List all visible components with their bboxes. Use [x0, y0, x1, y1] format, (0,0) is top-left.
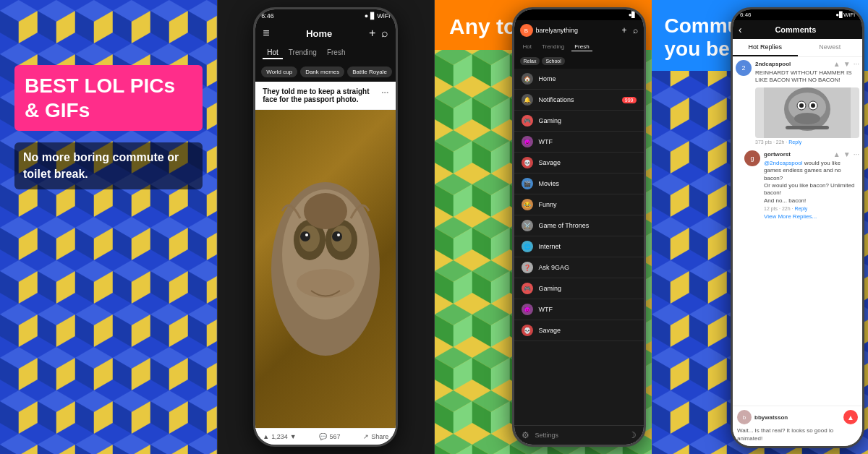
upvote-icon-2[interactable]: ▲	[833, 150, 841, 158]
menu-item-savage[interactable]: 💀 Savage	[514, 153, 644, 174]
menu-item-gaming2[interactable]: 🎮 Gaming	[514, 278, 644, 299]
comment-dots-2[interactable]: ···	[854, 150, 859, 158]
downvote-icon: ▼	[290, 433, 297, 440]
turtle-image	[255, 110, 396, 428]
downvote-icon-2[interactable]: ▼	[843, 150, 851, 158]
upvote-count: 1,234	[271, 433, 288, 440]
phone-frame-2: 6:46 ● ▊ WiFi ≡ Home + ⌕ Hot Trending Fr…	[253, 7, 398, 447]
statusbar-signal-2: ● ▊ WiFi	[365, 12, 390, 20]
p3-search-icon[interactable]: ⌕	[633, 25, 638, 35]
svg-point-12	[305, 234, 308, 236]
view-more-replies[interactable]: View More Replies...	[764, 213, 859, 220]
tag-battleroyale[interactable]: Battle Royale	[347, 67, 392, 77]
back-button[interactable]: ‹	[739, 24, 742, 35]
home-icon: 🏠	[522, 73, 533, 85]
phone-frame-3: ●▊ B barelyanything + ⌕ Hot Trending Fre…	[512, 7, 646, 447]
comment-meta-2: 12 pts · 22h · Reply	[764, 206, 859, 211]
svg-point-30	[811, 103, 815, 108]
comment-item[interactable]: 💬 567	[319, 433, 340, 440]
headline-box: BEST LOL PICs & GIFs	[14, 65, 203, 131]
vote-icons-1: ▲ ▼ ···	[833, 60, 859, 68]
p3-tabs: Hot Trending Fresh	[514, 40, 644, 55]
reply-link-1[interactable]: Reply	[788, 140, 801, 145]
menu-label-wtf2: WTF	[539, 306, 553, 313]
p3-tag-relax[interactable]: Relax	[520, 57, 540, 65]
wtf-icon: 😈	[522, 136, 533, 147]
p3-tag-bar: Relax School	[514, 55, 644, 69]
panel-any-topic: Any topic you like ●▊ B barelyanything +…	[435, 0, 652, 454]
p3-user: B barelyanything	[520, 24, 579, 37]
reply-link-2[interactable]: Reply	[794, 206, 807, 211]
tab-fresh[interactable]: Fresh	[323, 47, 350, 59]
menu-item-notifications[interactable]: 🔔 Notifications 999	[514, 90, 644, 111]
p3-tag-school[interactable]: School	[542, 57, 564, 65]
menu-item-savage2[interactable]: 💀 Savage	[514, 320, 644, 341]
menu-item-got[interactable]: ⚔️ Game of Thrones	[514, 215, 644, 236]
savage2-icon: 💀	[522, 325, 533, 336]
menu-item-funny[interactable]: 😂 Funny	[514, 194, 644, 215]
tab-hot[interactable]: Hot	[263, 47, 283, 59]
menu-label-wtf: WTF	[539, 138, 553, 145]
p4-comments-list: 2 2ndcapspool ▲ ▼ ··· REINHARDT WITHOUT	[733, 57, 862, 406]
share-item[interactable]: ↗ Share	[363, 433, 388, 440]
comment-user-1: 2ndcapspool	[755, 61, 791, 67]
p3-tab-hot[interactable]: Hot	[520, 43, 535, 51]
panel4-phone-area: 6:46 ●▊WiFi ‹ Comments Hot Replies Newes…	[727, 0, 868, 454]
menu-item-gaming[interactable]: 🎮 Gaming	[514, 111, 644, 132]
upvote-icon-1[interactable]: ▲	[833, 60, 841, 68]
p4-comment-tabs: Hot Replies Newest	[733, 39, 862, 57]
internet-icon: 🌐	[522, 241, 533, 252]
search-icon[interactable]: ⌕	[381, 27, 388, 40]
tag-bar-2: World cup Dank memes Battle Royale	[255, 64, 396, 82]
notif-icon: 🔔	[522, 94, 533, 106]
comment-body-2: gortworst ▲ ▼ ··· @2ndcapspool would you…	[764, 150, 859, 220]
post-image-2	[255, 110, 396, 428]
menu-item-wtf2[interactable]: 😈 WTF	[514, 299, 644, 320]
upvote-item[interactable]: ▲ 1,234 ▼	[263, 433, 296, 440]
comment-row-1: 2 2ndcapspool ▲ ▼ ··· REINHARDT WITHOUT	[736, 60, 859, 145]
share-icon: ↗	[363, 433, 369, 440]
p3-settings[interactable]: ⚙ Settings ☽	[514, 425, 644, 445]
p4-tab-newest[interactable]: Newest	[798, 39, 863, 56]
post-footer-2: ▲ 1,234 ▼ 💬 567 ↗ Share	[255, 428, 396, 445]
menu-label-savage: Savage	[539, 159, 561, 166]
menu-item-internet[interactable]: 🌐 Internet	[514, 236, 644, 257]
funny-icon: 😂	[522, 199, 533, 210]
menu-label-funny: Funny	[539, 201, 557, 208]
menu-item-home[interactable]: 🏠 Home	[514, 69, 644, 90]
downvote-icon-1[interactable]: ▼	[843, 60, 851, 68]
tab-trending[interactable]: Trending	[284, 47, 321, 59]
svg-point-10	[300, 231, 310, 241]
p3-add-icon[interactable]: +	[621, 25, 626, 35]
headline-text: BEST LOL PICs & GIFs	[25, 74, 192, 122]
p4-tab-hot-replies[interactable]: Hot Replies	[733, 39, 798, 56]
comment-meta-1: 373 pts · 22h · Reply	[755, 140, 859, 145]
menu-item-ask9gag[interactable]: ❓ Ask 9GAG	[514, 257, 644, 278]
send-icon: ▲	[847, 414, 854, 421]
comment-header-2: gortworst ▲ ▼ ···	[764, 150, 859, 158]
menu-icon[interactable]: ≡	[263, 27, 269, 40]
p3-menu: 🏠 Home 🔔 Notifications 999 🎮 Gaming 😈	[514, 69, 644, 425]
p3-signal: ●▊	[629, 12, 637, 18]
menu-label-internet: Internet	[539, 243, 561, 250]
post-dots[interactable]: ···	[381, 87, 388, 98]
tag-dankmemes[interactable]: Dank memes	[300, 67, 344, 77]
add-icon[interactable]: +	[369, 27, 375, 40]
menu-item-wtf[interactable]: 😈 WTF	[514, 132, 644, 153]
p3-tab-fresh[interactable]: Fresh	[571, 43, 592, 51]
gaming2-icon: 🎮	[522, 283, 533, 294]
send-button[interactable]: ▲	[843, 410, 858, 424]
comment-body-1: 2ndcapspool ▲ ▼ ··· REINHARDT WITHOUT HA…	[755, 60, 859, 145]
menu-item-movies[interactable]: 🎬 Movies	[514, 174, 644, 194]
phone-screen-4: 6:46 ●▊WiFi ‹ Comments Hot Replies Newes…	[733, 9, 862, 446]
comment-dots-1[interactable]: ···	[854, 60, 859, 68]
tag-worldcup[interactable]: World cup	[261, 67, 297, 77]
settings-gear-icon: ⚙	[522, 430, 529, 440]
bottom-username: bbywatsson	[754, 414, 788, 421]
p3-tab-trending[interactable]: Trending	[539, 43, 567, 51]
svg-point-15	[304, 193, 347, 229]
menu-label-movies: Movies	[539, 180, 560, 187]
statusbar-time-2: 6:46	[261, 12, 274, 20]
comment-image-1	[755, 87, 859, 138]
wtf2-icon: 😈	[522, 304, 533, 315]
